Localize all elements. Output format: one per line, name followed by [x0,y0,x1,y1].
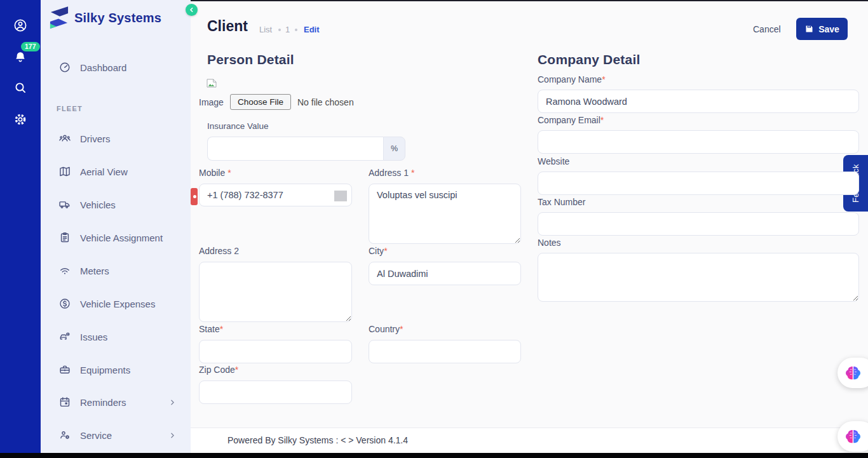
footer-text: Powered By Silky Systems : < > Version 4… [227,435,408,445]
company-detail-heading: Company Detail [538,52,641,67]
sidebar-item-equipments[interactable]: Equipments [41,357,191,382]
sidebar-item-service[interactable]: Service [41,422,191,448]
company-email-label: Company Email* [538,115,604,125]
sidebar-item-drivers[interactable]: Drivers [41,126,191,151]
file-status-text: No file chosen [297,97,354,107]
phone-flag-box[interactable] [334,191,347,201]
country-input[interactable] [369,340,521,363]
sidebar: Silky Systems Dashboard FLEET Drivers Ae… [41,0,191,453]
drivers-icon [58,132,71,145]
required-asterisk: * [227,168,231,178]
page-title: Client [207,18,248,35]
chevron-left-icon [189,7,194,13]
address1-textarea[interactable]: Voluptas vel suscipi [369,184,521,244]
footer: Powered By Silky Systems : < > Version 4… [191,428,868,453]
breadcrumb-edit[interactable]: Edit [304,25,320,34]
calendar-icon [58,396,71,408]
save-button[interactable]: Save [796,18,848,40]
required-asterisk: * [384,246,387,256]
insurance-value-group: % [207,137,405,161]
required-asterisk: * [600,115,604,125]
breadcrumb-separator [295,29,297,31]
state-input[interactable] [199,340,352,363]
sidebar-item-vehicle-expenses[interactable]: Vehicle Expenses [41,291,191,316]
save-button-label: Save [818,24,839,34]
account-icon[interactable] [13,18,28,33]
sidebar-item-dashboard[interactable]: Dashboard [41,55,191,80]
error-tag [191,188,198,205]
sidebar-item-vehicles[interactable]: Vehicles [41,192,191,217]
brand-logo: Silky Systems [50,6,161,30]
sidebar-item-label: Aerial View [80,166,128,177]
insurance-value-input[interactable] [207,137,383,161]
ai-assistant-pill-2[interactable] [837,421,868,452]
notifications-bell-icon[interactable] [13,50,28,65]
zipcode-label: Zip Code* [199,365,238,375]
sidebar-item-meters[interactable]: Meters [41,258,191,283]
website-input[interactable] [538,172,859,195]
breadcrumb-separator [278,29,281,31]
company-email-input[interactable] [538,130,859,154]
brain-icon [845,366,861,381]
tax-number-input[interactable] [538,212,859,236]
truck-icon [58,198,71,211]
signal-icon [58,264,71,277]
required-asterisk: * [602,74,605,84]
dollar-circle-icon [58,297,71,310]
required-asterisk: * [220,324,223,334]
zipcode-input[interactable] [199,381,352,404]
sidebar-item-label: Vehicles [80,199,116,210]
mobile-label: Mobile* [199,168,231,178]
notes-label: Notes [538,238,561,248]
breadcrumb-list-link[interactable]: List [259,25,272,34]
fleet-section-label: FLEET [57,105,83,112]
broken-image-icon [207,79,217,90]
sidebar-item-reminders[interactable]: Reminders [41,389,191,415]
country-label: Country* [369,324,403,334]
left-rail [0,0,41,453]
company-name-label: Company Name* [538,74,606,84]
image-field-label: Image [199,97,224,107]
map-icon [58,165,71,178]
mobile-input[interactable] [199,184,352,206]
address1-label: Address 1* [369,168,415,178]
brain-icon [845,429,861,444]
required-asterisk: * [411,168,414,178]
sidebar-item-label: Service [80,430,112,441]
dashboard-icon [58,61,71,74]
sidebar-item-label: Vehicle Expenses [80,299,155,309]
notes-textarea[interactable] [538,253,859,302]
sidebar-collapse-button[interactable] [186,4,198,16]
sidebar-item-label: Reminders [80,397,126,408]
sidebar-item-label: Issues [80,332,107,342]
company-name-input[interactable] [538,90,859,113]
cancel-button[interactable]: Cancel [753,24,781,34]
car-alert-icon [58,330,71,343]
choose-file-button[interactable]: Choose File [230,94,291,110]
toolbox-icon [58,363,71,376]
tax-number-label: Tax Number [538,197,585,207]
sidebar-item-issues[interactable]: Issues [41,324,191,349]
person-gear-icon [58,429,71,441]
top-border-line [191,0,868,1]
sidebar-item-label: Meters [80,266,109,276]
image-upload-field: Image Choose File No file chosen [199,94,354,110]
ai-assistant-pill-1[interactable] [837,358,868,388]
person-detail-heading: Person Detail [207,52,294,67]
sidebar-item-aerial-view[interactable]: Aerial View [41,159,191,184]
required-asterisk: * [235,365,238,375]
client-edit-page: 177 Silky Systems Dashboard FLEET Driv [0,0,868,458]
city-input[interactable] [369,262,521,285]
breadcrumb-count: 1 [285,25,290,34]
chevron-right-icon [168,398,177,408]
insurance-value-label: Insurance Value [207,121,269,131]
search-icon[interactable] [13,80,28,95]
sidebar-item-vehicle-assignment[interactable]: Vehicle Assignment [41,225,191,250]
address2-textarea[interactable] [199,262,352,322]
city-label: City* [369,246,388,256]
settings-gear-icon[interactable] [13,112,28,127]
clipboard-icon [58,231,71,244]
sidebar-item-label: Equipments [80,365,130,375]
address2-label: Address 2 [199,246,239,256]
website-label: Website [538,156,569,166]
